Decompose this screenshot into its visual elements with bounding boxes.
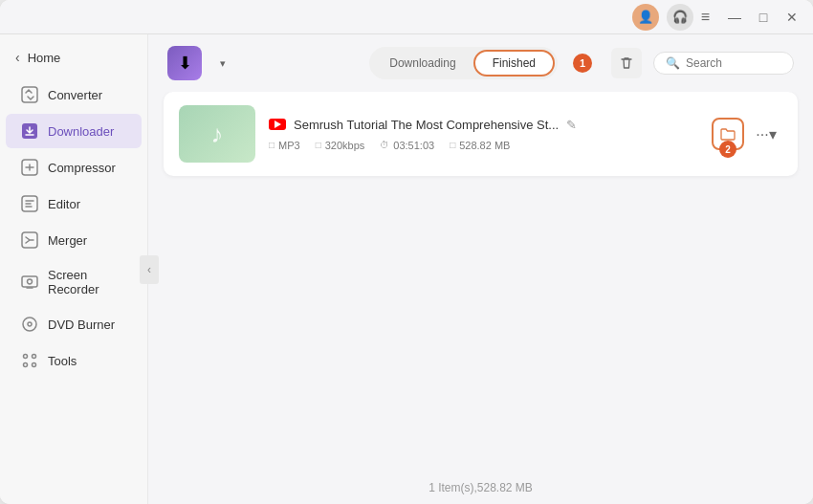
sidebar-item-converter[interactable]: Converter: [6, 77, 142, 112]
sidebar-item-screen-recorder-label: Screen Recorder: [48, 268, 126, 296]
maximize-button[interactable]: □: [754, 8, 773, 27]
main-layout: ‹ Home Converter: [0, 34, 813, 504]
svg-rect-0: [22, 87, 37, 102]
content-area: ⬇ ▾ Downloading Finished 1 🔍: [148, 34, 813, 504]
user-avatar: 👤: [632, 4, 659, 31]
sidebar-item-editor-label: Editor: [48, 197, 80, 211]
duration-value: 03:51:03: [393, 140, 434, 151]
sidebar-item-downloader[interactable]: Downloader: [6, 114, 142, 148]
item-info: Semrush Tutorial The Most Comprehensive …: [269, 118, 698, 151]
app-logo: ⬇: [167, 46, 202, 80]
svg-point-10: [33, 355, 36, 359]
close-button[interactable]: ✕: [782, 8, 802, 27]
svg-point-12: [33, 363, 36, 367]
download-item: ♪ Semrush Tutorial The Most Comprehensiv…: [164, 92, 798, 176]
meta-bitrate: □ 320kbps: [316, 140, 365, 151]
sidebar-item-tools[interactable]: Tools: [6, 343, 142, 378]
converter-icon: [21, 86, 38, 103]
svg-rect-5: [22, 276, 37, 287]
meta-duration: ⏱ 03:51:03: [380, 140, 434, 151]
svg-point-8: [28, 322, 32, 326]
item-title: Semrush Tutorial The Most Comprehensive …: [294, 118, 559, 132]
bitrate-value: 320kbps: [325, 140, 365, 151]
merger-icon: [21, 231, 38, 249]
clock-icon: ⏱: [380, 140, 389, 150]
tools-icon: [21, 352, 38, 369]
search-icon: 🔍: [666, 56, 680, 70]
item-thumbnail: ♪: [179, 105, 255, 163]
content-footer: 1 Item(s),528.82 MB: [148, 471, 813, 504]
home-label: Home: [28, 51, 61, 65]
youtube-icon: [269, 119, 286, 130]
sidebar-item-merger-label: Merger: [48, 233, 87, 248]
bitrate-icon: □: [316, 140, 321, 150]
headphones-icon: 🎧: [667, 4, 693, 31]
sidebar-item-editor[interactable]: Editor: [6, 186, 142, 221]
tab-downloading[interactable]: Downloading: [372, 50, 472, 77]
edit-icon[interactable]: ✎: [566, 118, 577, 132]
finished-badge: 1: [573, 54, 592, 73]
sidebar-item-dvd-burner-label: DVD Burner: [48, 318, 115, 332]
svg-point-6: [28, 279, 33, 284]
svg-point-7: [23, 318, 36, 331]
tab-group: Downloading Finished: [369, 47, 558, 79]
editor-icon: [21, 195, 38, 212]
sidebar: ‹ Home Converter: [0, 34, 148, 504]
search-input[interactable]: [686, 56, 781, 70]
folder-icon: □: [450, 140, 455, 150]
item-title-row: Semrush Tutorial The Most Comprehensive …: [269, 118, 698, 132]
back-arrow-icon: ‹: [15, 50, 20, 65]
content-topbar: ⬇ ▾ Downloading Finished 1 🔍: [148, 34, 813, 92]
sidebar-item-compressor-label: Compressor: [48, 161, 116, 175]
music-note-icon: ♪: [211, 120, 224, 149]
menu-icon[interactable]: ≡: [701, 9, 710, 26]
screen-recorder-icon: [21, 274, 38, 291]
svg-point-9: [24, 355, 28, 359]
search-box: 🔍: [653, 52, 794, 75]
delete-button[interactable]: [611, 48, 642, 78]
footer-summary: 1 Item(s),528.82 MB: [428, 481, 533, 494]
item-meta: □ MP3 □ 320kbps ⏱ 03:51:03: [269, 140, 698, 151]
window-controls: — □ ✕: [725, 8, 802, 27]
sidebar-item-tools-label: Tools: [48, 354, 77, 368]
app-window: 👤 🎧 ≡ — □ ✕ ‹ Home Converter: [0, 0, 813, 504]
tab-finished[interactable]: Finished: [473, 50, 555, 77]
home-nav-item[interactable]: ‹ Home: [0, 42, 147, 73]
size-value: 528.82 MB: [459, 140, 510, 151]
dvd-burner-icon: [21, 316, 38, 333]
compressor-icon: [21, 159, 38, 176]
sidebar-item-converter-label: Converter: [48, 88, 102, 102]
logo-dropdown-button[interactable]: ▾: [213, 54, 232, 73]
downloader-icon: [21, 122, 38, 140]
sidebar-item-compressor[interactable]: Compressor: [6, 150, 142, 185]
sidebar-collapse-button[interactable]: ‹: [140, 255, 159, 284]
open-folder-button[interactable]: 2: [712, 118, 744, 150]
folder-open-icon: [720, 127, 736, 141]
meta-size: □ 528.82 MB: [450, 140, 510, 151]
collapse-arrow-icon: ‹: [147, 263, 151, 276]
sidebar-item-downloader-label: Downloader: [48, 124, 114, 139]
badge-2: 2: [719, 141, 736, 158]
sidebar-item-screen-recorder[interactable]: Screen Recorder: [6, 259, 142, 305]
format-value: MP3: [278, 140, 300, 151]
trash-icon: [619, 55, 634, 71]
more-options-button[interactable]: ···▾: [750, 118, 782, 150]
logo-icon: ⬇: [178, 53, 192, 74]
sidebar-item-dvd-burner[interactable]: DVD Burner: [6, 307, 142, 341]
minimize-button[interactable]: —: [725, 8, 744, 27]
format-icon: □: [269, 140, 275, 150]
svg-point-11: [24, 363, 28, 367]
ellipsis-icon: ···▾: [756, 125, 776, 143]
sidebar-item-merger[interactable]: Merger: [6, 223, 142, 257]
item-actions: 2 ···▾: [712, 118, 782, 150]
meta-format: □ MP3: [269, 140, 300, 151]
titlebar: 👤 🎧 ≡ — □ ✕: [0, 0, 813, 34]
content-body: ♪ Semrush Tutorial The Most Comprehensiv…: [148, 92, 813, 471]
